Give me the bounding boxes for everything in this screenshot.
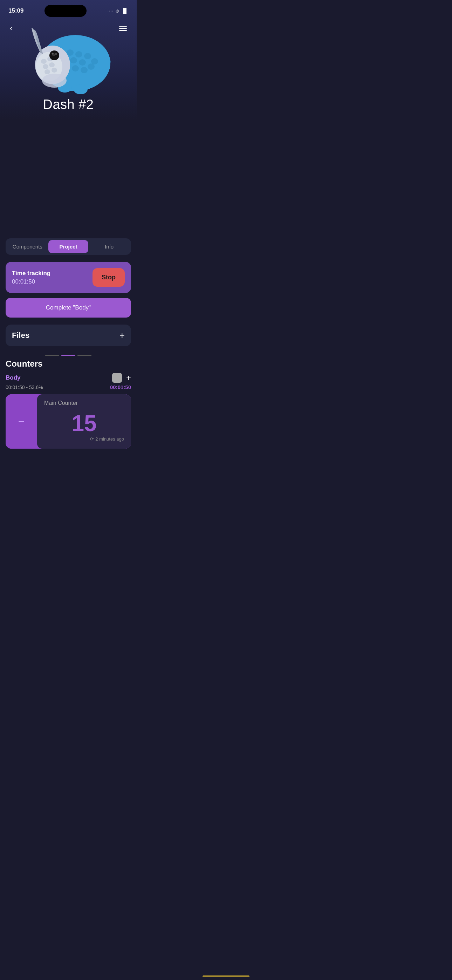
tabs-container: Components Project Info — [6, 238, 131, 255]
files-header: Files + — [12, 331, 125, 340]
time-tracking-value: 00:01:50 — [12, 278, 51, 285]
clock-icon: ⟳ — [90, 436, 94, 442]
svg-point-9 — [88, 64, 95, 70]
time-tracking-info: Time tracking 00:01:50 — [12, 270, 51, 285]
signal-icon: ···· — [108, 8, 113, 13]
svg-point-18 — [49, 62, 55, 67]
counter-stop-button[interactable] — [112, 373, 122, 383]
counter-display-label: Main Counter — [44, 400, 124, 406]
counter-minus-area[interactable]: − — [6, 394, 37, 449]
counters-title: Counters — [6, 359, 131, 369]
main-content: Components Project Info Time tracking 00… — [0, 238, 137, 475]
menu-button[interactable] — [116, 23, 130, 33]
files-title: Files — [12, 331, 29, 340]
counter-header-body: Body + — [6, 373, 131, 383]
svg-point-4 — [84, 53, 91, 59]
svg-point-11 — [72, 65, 79, 72]
files-section: Files + — [6, 325, 131, 346]
svg-point-20 — [51, 68, 57, 73]
stop-button[interactable]: Stop — [92, 268, 125, 287]
files-add-button[interactable]: + — [119, 331, 125, 340]
svg-point-26 — [73, 84, 88, 94]
svg-point-15 — [41, 59, 46, 64]
tab-components[interactable]: Components — [7, 240, 48, 253]
counter-controls-body: + — [112, 373, 131, 383]
svg-point-27 — [42, 73, 67, 88]
counter-value: 15 — [44, 410, 124, 436]
menu-line-2 — [119, 28, 127, 29]
counter-name-body: Body — [6, 374, 21, 381]
counter-minus-button[interactable]: − — [18, 415, 25, 428]
counters-section: Counters Body + 00:01:50 - 53.6% 00:01:5… — [6, 359, 131, 461]
wifi-icon: ⌾ — [116, 8, 119, 14]
svg-point-12 — [81, 67, 88, 73]
dynamic-island — [45, 5, 86, 17]
counter-timestamp: ⟳ 2 minutes ago — [44, 436, 124, 442]
counter-stats: 00:01:50 - 53.6% — [6, 385, 43, 390]
svg-point-23 — [55, 53, 57, 55]
hero-nav: ‹ — [0, 21, 137, 36]
counter-plus-button[interactable]: + — [126, 373, 131, 383]
svg-point-7 — [70, 57, 77, 64]
svg-point-3 — [75, 51, 82, 57]
status-icons: ···· ⌾ ▐▌ — [108, 8, 128, 14]
scroll-dot-3 — [78, 355, 91, 356]
timestamp-text: 2 minutes ago — [95, 436, 124, 442]
tab-info[interactable]: Info — [89, 240, 129, 253]
svg-point-2 — [67, 49, 73, 56]
complete-button[interactable]: Complete "Body" — [6, 298, 131, 318]
counter-display: Main Counter 15 ⟳ 2 minutes ago — [37, 394, 131, 449]
counter-meta-body: 00:01:50 - 53.6% 00:01:50 — [6, 384, 131, 390]
scroll-dot-1 — [45, 355, 59, 356]
back-button[interactable]: ‹ — [7, 21, 15, 36]
status-bar: 15:09 ···· ⌾ ▐▌ — [0, 0, 137, 20]
time-tracking-label: Time tracking — [12, 270, 51, 277]
tab-project[interactable]: Project — [48, 240, 89, 253]
scroll-indicator — [6, 351, 131, 358]
status-time: 15:09 — [8, 7, 24, 14]
svg-point-17 — [43, 64, 48, 69]
counter-elapsed: 00:01:50 — [110, 384, 131, 390]
svg-point-24 — [52, 53, 54, 55]
svg-point-5 — [91, 58, 98, 65]
time-tracking-card: Time tracking 00:01:50 Stop — [6, 262, 131, 293]
counter-card-body: − Main Counter 15 ⟳ 2 minutes ago — [6, 394, 131, 449]
battery-icon: ▐▌ — [121, 8, 128, 14]
menu-line-1 — [119, 26, 127, 27]
svg-point-8 — [79, 59, 86, 65]
menu-line-3 — [119, 30, 127, 31]
counter-item-body: Body + 00:01:50 - 53.6% 00:01:50 − — [6, 373, 131, 449]
hero-title: Dash #2 — [0, 97, 137, 112]
svg-point-19 — [45, 69, 50, 74]
scroll-dot-2 — [61, 355, 75, 356]
